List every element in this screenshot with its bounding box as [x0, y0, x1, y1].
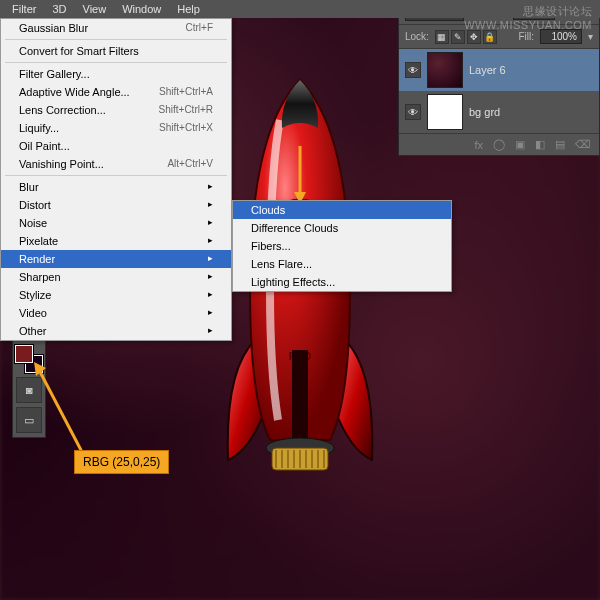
- group-icon[interactable]: ◧: [535, 138, 545, 151]
- visibility-icon[interactable]: 👁: [405, 62, 421, 78]
- menu-oil[interactable]: Oil Paint...: [1, 137, 231, 155]
- trash-icon[interactable]: ⌫: [575, 138, 591, 151]
- layer-row-bggrd[interactable]: 👁 bg grd: [399, 91, 599, 133]
- layer-name[interactable]: bg grd: [469, 106, 500, 118]
- menu-sharpen[interactable]: Sharpen▸: [1, 268, 231, 286]
- newlayer-icon[interactable]: ▤: [555, 138, 565, 151]
- menu-distort[interactable]: Distort▸: [1, 196, 231, 214]
- layer-thumb: [427, 52, 463, 88]
- menu-other[interactable]: Other▸: [1, 322, 231, 340]
- svg-line-19: [38, 368, 82, 452]
- render-diffclouds[interactable]: Difference Clouds: [233, 219, 451, 237]
- menu-view[interactable]: View: [75, 3, 115, 15]
- foreground-swatch[interactable]: [15, 345, 33, 363]
- menu-help[interactable]: Help: [169, 3, 208, 15]
- lock-label: Lock:: [405, 31, 429, 42]
- layers-footer: fx ◯ ▣ ◧ ▤ ⌫: [399, 133, 599, 155]
- menu-video[interactable]: Video▸: [1, 304, 231, 322]
- menu-render[interactable]: Render▸: [1, 250, 231, 268]
- menu-noise[interactable]: Noise▸: [1, 214, 231, 232]
- menu-gallery[interactable]: Filter Gallery...: [1, 65, 231, 83]
- adjust-icon[interactable]: ▣: [515, 138, 525, 151]
- fill-input[interactable]: 100%: [540, 29, 582, 44]
- fx-icon[interactable]: fx: [474, 139, 483, 151]
- lock-pixels-icon[interactable]: ✎: [451, 30, 465, 44]
- layer-name[interactable]: Layer 6: [469, 64, 506, 76]
- fill-label: Fill:: [518, 31, 534, 42]
- annotation-arrow-bg: [32, 360, 92, 460]
- menu-pixelate[interactable]: Pixelate▸: [1, 232, 231, 250]
- render-lensflare[interactable]: Lens Flare...: [233, 255, 451, 273]
- menu-lens[interactable]: Lens Correction...Shift+Ctrl+R: [1, 101, 231, 119]
- menu-adaptive[interactable]: Adaptive Wide Angle...Shift+Ctrl+A: [1, 83, 231, 101]
- mask-icon[interactable]: ◯: [493, 138, 505, 151]
- annotation-arrow-menu: [290, 146, 310, 206]
- visibility-icon[interactable]: 👁: [405, 104, 421, 120]
- menu-stylize[interactable]: Stylize▸: [1, 286, 231, 304]
- menu-blur[interactable]: Blur▸: [1, 178, 231, 196]
- layer-thumb: [427, 94, 463, 130]
- render-clouds[interactable]: Clouds: [233, 201, 451, 219]
- render-fibers[interactable]: Fibers...: [233, 237, 451, 255]
- menu-smart[interactable]: Convert for Smart Filters: [1, 42, 231, 60]
- render-lighting[interactable]: Lighting Effects...: [233, 273, 451, 291]
- menu-filter[interactable]: Filter: [4, 3, 44, 15]
- callout-bg-color: RBG (25,0,25): [74, 450, 169, 474]
- lock-all-icon[interactable]: 🔒: [483, 30, 497, 44]
- menu-liquify[interactable]: Liquify...Shift+Ctrl+X: [1, 119, 231, 137]
- watermark: 思缘设计论坛 WWW.MISSYUAN.COM: [464, 4, 592, 31]
- lock-position-icon[interactable]: ✥: [467, 30, 481, 44]
- menu-last-filter[interactable]: Gaussian BlurCtrl+F: [1, 19, 231, 37]
- lock-transparent-icon[interactable]: ▦: [435, 30, 449, 44]
- filter-menu: Gaussian BlurCtrl+F Convert for Smart Fi…: [0, 18, 232, 341]
- menu-3d[interactable]: 3D: [44, 3, 74, 15]
- menu-vanish[interactable]: Vanishing Point...Alt+Ctrl+V: [1, 155, 231, 173]
- render-submenu: Clouds Difference Clouds Fibers... Lens …: [232, 200, 452, 292]
- lock-icons: ▦ ✎ ✥ 🔒: [435, 30, 497, 44]
- layer-row-layer6[interactable]: 👁 Layer 6: [399, 49, 599, 91]
- menu-window[interactable]: Window: [114, 3, 169, 15]
